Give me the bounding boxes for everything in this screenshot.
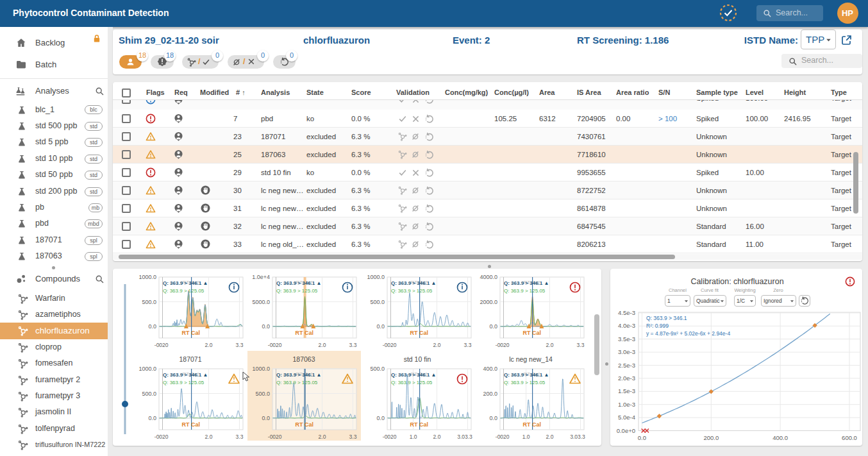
svg-text:Q: 363.9 > 125.05: Q: 363.9 > 125.05 (276, 288, 318, 294)
svg-text:-0020: -0020 (496, 434, 510, 440)
svg-text:2.0: 2.0 (319, 434, 326, 440)
svg-text:187071: 187071 (179, 355, 201, 363)
svg-text:Q: 363.9 > 125.05: Q: 363.9 > 125.05 (163, 380, 204, 385)
svg-text:500.0: 500.0 (255, 391, 270, 397)
svg-text:Q: 363.9 > 346.1 ▲: Q: 363.9 > 346.1 ▲ (163, 372, 208, 378)
svg-text:3.3: 3.3 (577, 342, 585, 348)
svg-text:2.0: 2.0 (205, 434, 213, 440)
svg-text:3.3: 3.3 (464, 342, 472, 348)
svg-text:1000.0: 1000.0 (138, 274, 156, 280)
svg-text:0.0: 0.0 (489, 415, 497, 421)
svg-text:4000.0: 4000.0 (480, 274, 497, 280)
svg-text:400.0: 400.0 (483, 366, 497, 372)
svg-text:lc neg new_14: lc neg new_14 (509, 355, 553, 363)
svg-text:600.0: 600.0 (842, 434, 857, 441)
svg-text:-0020: -0020 (496, 342, 510, 348)
svg-text:1.0e-3: 1.0e-3 (618, 401, 635, 408)
svg-text:1000.0: 1000.0 (367, 274, 385, 280)
svg-text:1.0: 1.0 (410, 434, 417, 440)
svg-text:0.0: 0.0 (489, 323, 497, 330)
svg-text:RT Cal: RT Cal (523, 330, 542, 336)
svg-text:1000.0: 1000.0 (252, 366, 270, 372)
svg-text:400.0: 400.0 (772, 434, 788, 441)
svg-text:Q: 363.9 > 346.1 ▲: Q: 363.9 > 346.1 ▲ (163, 280, 208, 286)
svg-text:3.3: 3.3 (236, 434, 244, 440)
svg-text:2.0: 2.0 (546, 434, 554, 440)
svg-text:Q: 363.9 > 346.1 ▲: Q: 363.9 > 346.1 ▲ (276, 372, 321, 378)
svg-text:2.0: 2.0 (546, 342, 554, 348)
svg-text:500.0: 500.0 (370, 366, 385, 372)
svg-text:0.0: 0.0 (262, 415, 270, 421)
svg-text:2.0: 2.0 (433, 342, 441, 348)
svg-text:Q: 363.9 > 125.05: Q: 363.9 > 125.05 (391, 380, 433, 385)
svg-text:3.3: 3.3 (349, 342, 357, 348)
svg-text:-0020: -0020 (154, 342, 169, 348)
svg-text:Q: 363.9 > 125.05: Q: 363.9 > 125.05 (276, 380, 318, 385)
svg-text:0.0e+0: 0.0e+0 (617, 427, 635, 434)
svg-text:500.0: 500.0 (370, 299, 385, 305)
svg-text:Q: 363.9 > 125.05: Q: 363.9 > 125.05 (163, 288, 204, 294)
svg-text:2000.0: 2000.0 (480, 299, 497, 305)
svg-text:2.0: 2.0 (319, 342, 326, 348)
svg-text:3.03.3: 3.03.3 (570, 434, 585, 440)
svg-text:R²: 0.999: R²: 0.999 (646, 323, 669, 329)
svg-text:RT Cal: RT Cal (296, 330, 314, 336)
svg-text:5.0e-4: 5.0e-4 (618, 414, 635, 421)
svg-text:0.0: 0.0 (376, 323, 385, 330)
svg-text:-0020: -0020 (268, 434, 282, 440)
svg-text:1000.0: 1000.0 (138, 366, 156, 372)
svg-text:RT Cal: RT Cal (523, 421, 542, 428)
svg-text:4.5e-3: 4.5e-3 (618, 309, 635, 316)
svg-text:Q: 363.9 > 346.1 ▲: Q: 363.9 > 346.1 ▲ (391, 280, 436, 286)
svg-text:3.03.3: 3.03.3 (457, 434, 472, 440)
svg-text:3.0e-3: 3.0e-3 (618, 348, 635, 355)
svg-text:-0020: -0020 (383, 342, 397, 348)
svg-text:Q: 363.9 > 346.1: Q: 363.9 > 346.1 (646, 315, 687, 321)
svg-text:0.0: 0.0 (376, 415, 385, 421)
svg-text:Q: 363.9 > 346.1 ▲: Q: 363.9 > 346.1 ▲ (391, 372, 436, 378)
svg-text:Q: 363.9 > 125.05: Q: 363.9 > 125.05 (391, 288, 433, 294)
svg-text:3.5e-3: 3.5e-3 (618, 335, 635, 342)
svg-text:std 10 fin: std 10 fin (404, 355, 431, 363)
svg-text:500.0: 500.0 (142, 299, 156, 305)
svg-text:5000.0: 5000.0 (252, 299, 270, 305)
svg-text:RT Cal: RT Cal (182, 421, 201, 428)
svg-text:187063: 187063 (292, 355, 315, 363)
svg-text:RT Cal: RT Cal (410, 421, 429, 428)
svg-text:1.0e+4: 1.0e+4 (252, 274, 270, 280)
svg-text:Q: 363.9 > 346.1 ▲: Q: 363.9 > 346.1 ▲ (276, 280, 321, 286)
svg-text:0.0: 0.0 (148, 323, 156, 330)
svg-text:2.5e-3: 2.5e-3 (618, 362, 635, 369)
svg-text:y = 4.87e-9x² + 5.02e-6x + 2.9: y = 4.87e-9x² + 5.02e-6x + 2.94e-4 (646, 330, 730, 337)
svg-text:-0020: -0020 (154, 434, 169, 440)
svg-text:Q: 363.9 > 125.05: Q: 363.9 > 125.05 (504, 288, 546, 294)
svg-text:0.0: 0.0 (148, 415, 156, 421)
svg-text:3.3: 3.3 (349, 434, 357, 440)
svg-text:0.0: 0.0 (638, 434, 646, 441)
svg-text:500.0: 500.0 (142, 391, 156, 397)
svg-text:Q: 363.9 > 125.05: Q: 363.9 > 125.05 (504, 380, 546, 385)
svg-text:1.5e-3: 1.5e-3 (618, 387, 635, 394)
svg-text:-0020: -0020 (268, 342, 282, 348)
svg-text:2.0: 2.0 (205, 342, 213, 348)
svg-text:0.0: 0.0 (262, 323, 270, 330)
svg-text:2.0: 2.0 (433, 434, 441, 440)
svg-text:1.0: 1.0 (522, 434, 530, 440)
svg-text:200.0: 200.0 (703, 434, 719, 441)
svg-text:Q: 363.9 > 346.1 ▲: Q: 363.9 > 346.1 ▲ (504, 280, 549, 286)
svg-text:4.0e-3: 4.0e-3 (618, 322, 635, 329)
svg-text:-0020: -0020 (383, 434, 397, 440)
svg-text:3.3: 3.3 (236, 342, 244, 348)
svg-text:RT Cal: RT Cal (182, 330, 201, 336)
svg-text:2.0e-3: 2.0e-3 (618, 375, 635, 382)
svg-text:200.0: 200.0 (483, 391, 497, 397)
svg-text:RT Cal: RT Cal (410, 330, 429, 336)
svg-text:RT Cal: RT Cal (296, 421, 314, 428)
svg-text:Q: 363.9 > 346.1 ▲: Q: 363.9 > 346.1 ▲ (504, 372, 549, 378)
